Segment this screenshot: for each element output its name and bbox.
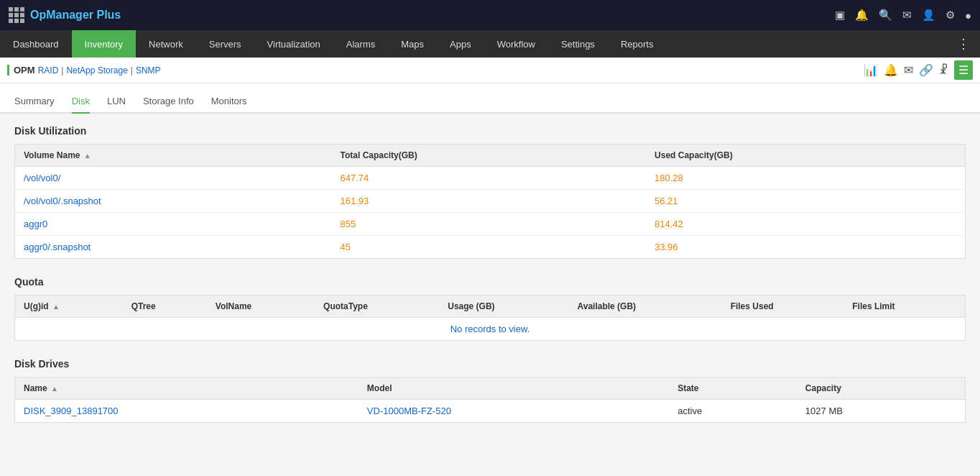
table-cell[interactable]: aggr0/.snapshot	[15, 236, 332, 259]
raid-link[interactable]: RAID	[38, 65, 59, 75]
disk-utilization-table: Volume Name ▲ Total Capacity(GB) Used Ca…	[14, 144, 966, 259]
col-files-limit: Files Limit	[843, 296, 965, 318]
main-content: Disk Utilization Volume Name ▲ Total Cap…	[0, 114, 980, 452]
monitor-icon[interactable]: ▣	[835, 9, 845, 22]
snmp-link[interactable]: SNMP	[136, 65, 161, 75]
col-name[interactable]: Name ▲	[15, 377, 359, 400]
tabs-bar: Summary Disk LUN Storage Info Monitors	[0, 83, 980, 114]
notification-icon[interactable]: ✉	[902, 9, 912, 22]
table-cell: 180.28	[646, 167, 965, 190]
col-usage-gb: Usage (GB)	[439, 296, 568, 318]
quota-table: U(g)id ▲ QTree VolName QuotaType Usage (…	[14, 295, 966, 341]
sub-nav-links: RAID | NetApp Storage | SNMP	[38, 65, 161, 75]
no-records-label: No records to view.	[15, 318, 966, 341]
top-bar: OpManager Plus ▣ 🔔 🔍 ✉ 👤 ⚙ ●	[0, 0, 980, 30]
table-cell: 1027 MB	[797, 400, 966, 423]
nav-virtualization[interactable]: Virtualization	[254, 30, 333, 58]
nav-dashboard[interactable]: Dashboard	[0, 30, 72, 58]
avatar-icon[interactable]: ●	[965, 9, 971, 22]
table-row: /vol/vol0/647.74180.28	[15, 167, 966, 190]
col-state: State	[669, 377, 797, 400]
top-bar-icons: ▣ 🔔 🔍 ✉ 👤 ⚙ ●	[835, 9, 971, 22]
app-logo: OpManager Plus	[9, 7, 835, 23]
nav-servers[interactable]: Servers	[196, 30, 254, 58]
table-row: /vol/vol0/.snapshot161.9356.21	[15, 190, 966, 213]
table-cell[interactable]: /vol/vol0/.snapshot	[15, 190, 332, 213]
nav-more-button[interactable]: ⋮	[947, 30, 980, 58]
nav-reports[interactable]: Reports	[608, 30, 667, 58]
tab-lun[interactable]: LUN	[107, 90, 126, 114]
search-icon[interactable]: 🔍	[879, 9, 892, 22]
table-cell[interactable]: DISK_3909_13891700	[15, 400, 359, 423]
chart-icon[interactable]: 📊	[864, 63, 878, 77]
disk-drives-title: Disk Drives	[14, 358, 966, 370]
sub-nav-icons: 📊 🔔 ✉ 🔗 ☧ ☰	[864, 60, 973, 80]
table-cell: 45	[332, 236, 647, 259]
col-qtree: QTree	[123, 296, 207, 318]
table-row: aggr0855814.42	[15, 213, 966, 236]
device-name: OPM	[7, 65, 35, 75]
nav-alarms[interactable]: Alarms	[333, 30, 388, 58]
table-cell: 814.42	[646, 213, 965, 236]
netapp-storage-link[interactable]: NetApp Storage	[66, 65, 127, 75]
app-name: OpManager Plus	[30, 9, 121, 22]
disk-drives-table: Name ▲ Model State Capacity DISK_3909_13…	[14, 377, 966, 423]
table-cell: 33.96	[646, 236, 965, 259]
quota-title: Quota	[14, 276, 966, 288]
tab-storage-info[interactable]: Storage Info	[143, 90, 194, 114]
table-row: aggr0/.snapshot4533.96	[15, 236, 966, 259]
col-used-capacity[interactable]: Used Capacity(GB)	[646, 145, 965, 167]
hamburger-icon[interactable]: ☰	[954, 60, 973, 80]
quota-no-records-row: No records to view.	[15, 318, 966, 341]
grid-icon	[9, 7, 24, 23]
col-volume-name[interactable]: Volume Name ▲	[15, 145, 332, 167]
sub-nav-left: OPM RAID | NetApp Storage | SNMP	[7, 65, 864, 75]
table-row: DISK_3909_13891700VD-1000MB-FZ-520active…	[15, 400, 966, 423]
table-cell: 647.74	[332, 167, 647, 190]
user-icon[interactable]: 👤	[922, 9, 935, 22]
nav-inventory[interactable]: Inventory	[72, 30, 136, 58]
nav-bar: Dashboard Inventory Network Servers Virt…	[0, 30, 980, 58]
col-quotatype: QuotaType	[315, 296, 439, 318]
col-volname: VolName	[207, 296, 315, 318]
col-available-gb: Available (GB)	[569, 296, 722, 318]
nav-network[interactable]: Network	[136, 30, 196, 58]
col-ugid[interactable]: U(g)id ▲	[15, 296, 123, 318]
tab-disk[interactable]: Disk	[72, 90, 90, 114]
sub-nav: OPM RAID | NetApp Storage | SNMP 📊 🔔 ✉ 🔗…	[0, 58, 980, 83]
col-files-used: Files Used	[722, 296, 844, 318]
table-cell[interactable]: aggr0	[15, 213, 332, 236]
activity-icon[interactable]: ☧	[939, 63, 948, 77]
table-cell: 161.93	[332, 190, 647, 213]
table-cell: active	[669, 400, 797, 423]
nav-workflow[interactable]: Workflow	[484, 30, 548, 58]
nav-apps[interactable]: Apps	[437, 30, 484, 58]
tab-summary[interactable]: Summary	[14, 90, 55, 114]
col-total-capacity[interactable]: Total Capacity(GB)	[332, 145, 647, 167]
tab-monitors[interactable]: Monitors	[211, 90, 247, 114]
nav-maps[interactable]: Maps	[388, 30, 437, 58]
nav-settings[interactable]: Settings	[548, 30, 608, 58]
disk-utilization-title: Disk Utilization	[14, 125, 966, 137]
table-cell[interactable]: /vol/vol0/	[15, 167, 332, 190]
link-icon[interactable]: 🔗	[919, 63, 933, 77]
col-capacity: Capacity	[797, 377, 966, 400]
alert-bell-icon[interactable]: 🔔	[884, 63, 898, 77]
table-cell: 56.21	[646, 190, 965, 213]
table-cell[interactable]: VD-1000MB-FZ-520	[359, 400, 669, 423]
table-cell: 855	[332, 213, 647, 236]
col-model: Model	[359, 377, 669, 400]
email-icon[interactable]: ✉	[904, 63, 913, 77]
bell-icon[interactable]: 🔔	[855, 9, 869, 22]
gear-icon[interactable]: ⚙	[946, 9, 955, 22]
